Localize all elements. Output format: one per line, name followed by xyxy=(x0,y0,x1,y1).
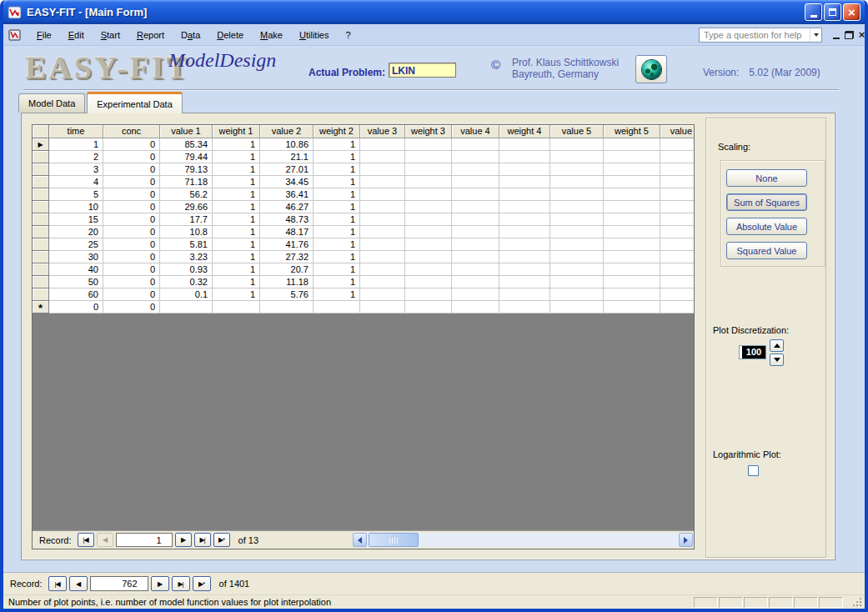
form-next-record-button[interactable]: ▶ xyxy=(151,576,169,591)
horizontal-scrollbar[interactable] xyxy=(353,533,693,547)
grid-cell[interactable]: 0 xyxy=(103,251,160,263)
grid-cell[interactable] xyxy=(405,276,452,288)
grid-cell[interactable]: 1 xyxy=(213,288,260,301)
grid-cell[interactable] xyxy=(499,188,550,201)
menu-report[interactable]: Report xyxy=(128,27,173,43)
datasheet-first-record-button[interactable]: |◀ xyxy=(78,533,94,547)
column-header-weight-1[interactable]: weight 1 xyxy=(213,125,260,138)
grid-cell[interactable]: 0 xyxy=(103,213,160,226)
grid-cell[interactable]: 1 xyxy=(213,138,260,151)
grid-cell[interactable] xyxy=(452,238,499,251)
grid-cell[interactable] xyxy=(499,213,550,226)
column-header-conc[interactable]: conc xyxy=(103,125,160,138)
grid-cell[interactable]: 1 xyxy=(213,251,260,263)
grid-cell[interactable]: 34.45 xyxy=(260,176,314,188)
grid-cell[interactable]: 1 xyxy=(213,226,260,238)
grid-cell[interactable] xyxy=(550,251,604,263)
grid-cell[interactable] xyxy=(405,188,452,201)
grid-cell[interactable] xyxy=(550,163,604,176)
grid-cell[interactable] xyxy=(360,276,405,288)
grid-cell[interactable] xyxy=(360,213,405,226)
child-window-icon[interactable] xyxy=(8,29,22,41)
grid-cell[interactable]: 15 xyxy=(49,213,103,226)
grid-cell[interactable] xyxy=(499,226,550,238)
column-header-value-1[interactable]: value 1 xyxy=(160,125,213,138)
grid-cell[interactable] xyxy=(213,301,260,314)
grid-cell[interactable] xyxy=(550,151,604,163)
grid-cell[interactable]: 79.44 xyxy=(160,151,213,163)
grid-cell[interactable] xyxy=(550,213,604,226)
grid-cell[interactable] xyxy=(660,251,694,263)
grid-cell[interactable] xyxy=(604,276,660,288)
grid-cell[interactable]: 0 xyxy=(103,226,160,238)
grid-cell[interactable]: 1 xyxy=(213,151,260,163)
grid-cell[interactable]: 3 xyxy=(49,163,103,176)
grid-cell[interactable] xyxy=(452,163,499,176)
grid-cell[interactable]: 5.81 xyxy=(160,238,213,251)
grid-cell[interactable] xyxy=(550,238,604,251)
grid-cell[interactable]: 0 xyxy=(103,176,160,188)
grid-cell[interactable] xyxy=(660,176,694,188)
column-header-weight-4[interactable]: weight 4 xyxy=(499,125,550,138)
grid-cell[interactable] xyxy=(360,251,405,263)
grid-cell[interactable]: 1 xyxy=(314,176,360,188)
grid-cell[interactable] xyxy=(550,138,604,151)
grid-cell[interactable] xyxy=(499,251,550,263)
row-selector[interactable] xyxy=(33,276,49,288)
column-header-value-2[interactable]: value 2 xyxy=(260,125,314,138)
grid-cell[interactable] xyxy=(604,138,660,151)
grid-cell[interactable]: 36.41 xyxy=(260,188,314,201)
grid-cell[interactable]: 20.7 xyxy=(260,263,314,276)
resize-grip-icon[interactable] xyxy=(851,596,862,607)
grid-cell[interactable]: 1 xyxy=(49,138,103,151)
grid-cell[interactable]: 79.13 xyxy=(160,163,213,176)
globe-button[interactable] xyxy=(635,55,667,83)
grid-cell[interactable]: 10.86 xyxy=(260,138,314,151)
grid-cell[interactable] xyxy=(550,288,604,301)
grid-cell[interactable]: 30 xyxy=(49,251,103,263)
grid-cell[interactable]: 0 xyxy=(103,276,160,288)
grid-cell[interactable] xyxy=(660,163,694,176)
grid-cell[interactable] xyxy=(660,238,694,251)
form-current-record-box[interactable]: 762 xyxy=(90,576,148,591)
grid-cell[interactable]: 48.17 xyxy=(260,226,314,238)
child-close-button[interactable]: × xyxy=(855,29,868,41)
grid-cell[interactable] xyxy=(660,213,694,226)
menu-utilities[interactable]: Utilities xyxy=(291,27,337,43)
row-selector[interactable] xyxy=(33,151,49,163)
grid-cell[interactable] xyxy=(499,151,550,163)
grid-cell[interactable] xyxy=(604,238,660,251)
grid-cell[interactable]: 11.18 xyxy=(260,276,314,288)
grid-cell[interactable] xyxy=(314,301,360,314)
grid-cell[interactable] xyxy=(660,188,694,201)
scrollbar-thumb[interactable] xyxy=(369,533,419,547)
grid-cell[interactable]: 1 xyxy=(213,188,260,201)
column-header-value-4[interactable]: value 4 xyxy=(452,125,499,138)
grid-cell[interactable] xyxy=(360,226,405,238)
child-restore-button[interactable] xyxy=(843,29,855,41)
scroll-right-button[interactable] xyxy=(679,533,693,547)
grid-cell[interactable]: 27.32 xyxy=(260,251,314,263)
tab-model-data[interactable]: Model Data xyxy=(18,93,85,113)
grid-cell[interactable]: 48.73 xyxy=(260,213,314,226)
help-search-box[interactable]: Type a question for help xyxy=(699,28,822,43)
grid-cell[interactable] xyxy=(360,188,405,201)
grid-cell[interactable]: 0 xyxy=(49,301,103,314)
grid-cell[interactable] xyxy=(452,226,499,238)
grid-cell[interactable]: 5 xyxy=(49,188,103,201)
grid-cell[interactable]: 0 xyxy=(103,163,160,176)
grid-cell[interactable]: 1 xyxy=(314,151,360,163)
grid-cell[interactable] xyxy=(405,301,452,314)
grid-cell[interactable]: 0 xyxy=(103,288,160,301)
grid-cell[interactable]: 1 xyxy=(213,213,260,226)
grid-cell[interactable] xyxy=(660,301,694,314)
grid-cell[interactable]: 1 xyxy=(314,288,360,301)
grid-cell[interactable]: 1 xyxy=(314,238,360,251)
grid-cell[interactable] xyxy=(360,163,405,176)
grid-cell[interactable] xyxy=(452,288,499,301)
grid-cell[interactable] xyxy=(452,276,499,288)
grid-cell[interactable] xyxy=(452,138,499,151)
grid-cell[interactable] xyxy=(452,301,499,314)
grid-cell[interactable] xyxy=(405,238,452,251)
grid-cell[interactable] xyxy=(604,163,660,176)
